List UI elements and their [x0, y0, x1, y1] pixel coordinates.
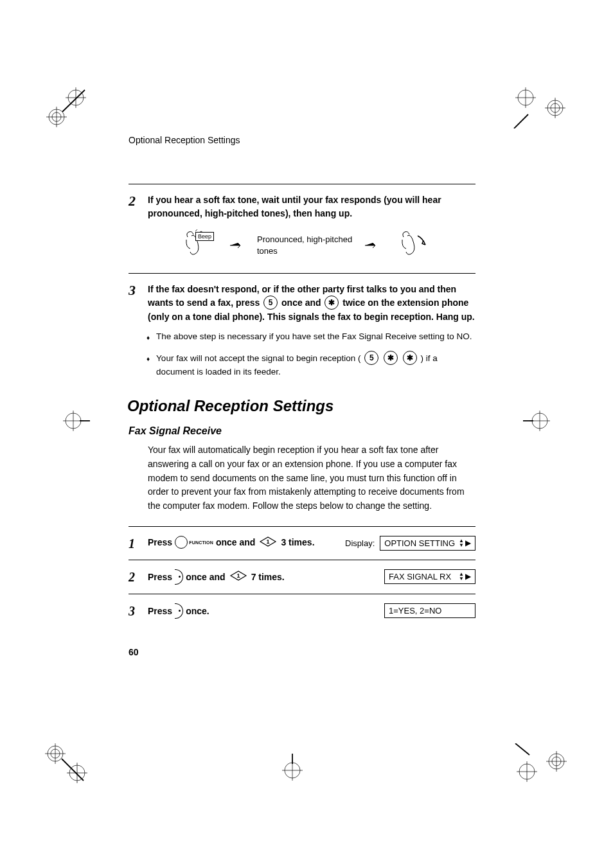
- svg-point-24: [48, 746, 63, 761]
- svg-point-40: [552, 757, 561, 766]
- text-fragment: once and: [281, 297, 323, 308]
- display-value: OPTION SETTING: [384, 538, 455, 548]
- bullet-text: The above step is necessary if you have …: [156, 330, 472, 344]
- text-fragment: once and: [216, 537, 255, 547]
- bullet-text: Your fax will not accept the signal to b…: [156, 351, 475, 379]
- page-number: 60: [129, 647, 475, 657]
- key-5: 5: [263, 296, 278, 310]
- display-value: 1=YES, 2=NO: [389, 606, 441, 616]
- beep-label: Beep: [195, 232, 214, 241]
- press-label: Press: [148, 537, 172, 547]
- enter-right-key-icon: [175, 569, 183, 585]
- svg-point-0: [49, 109, 64, 125]
- step-number: 1: [129, 536, 148, 550]
- right-triangle-icon: ▶: [465, 538, 471, 547]
- display-value: FAX SIGNAL RX: [389, 572, 451, 581]
- setting-step-1: 1 Press FUNCTION once and 1 3 times. Dis…: [129, 526, 475, 560]
- text-fragment: Your fax will not accept the signal to b…: [156, 353, 363, 363]
- press-label: Press: [148, 606, 172, 616]
- text-fragment: once and: [186, 572, 225, 582]
- svg-text:1: 1: [267, 538, 270, 545]
- step-2-text: If you hear a soft fax tone, wait until …: [148, 193, 475, 220]
- updown-arrows-icon: ▲▼: [459, 538, 464, 547]
- text-fragment: 7 times.: [251, 572, 285, 582]
- divider: [129, 273, 475, 274]
- divider: [129, 184, 475, 184]
- function-label: FUNCTION: [189, 540, 213, 545]
- display-label: Display:: [345, 538, 375, 548]
- display-box: 1=YES, 2=NO: [384, 603, 475, 618]
- diamond-key-1-icon: 1: [259, 536, 277, 549]
- step-number: 2: [129, 193, 148, 208]
- svg-text:1: 1: [236, 572, 240, 579]
- text-fragment: once.: [186, 606, 209, 616]
- sub-heading: Fax Signal Receive: [129, 425, 475, 437]
- svg-point-39: [549, 754, 564, 769]
- enter-right-key-icon: [175, 603, 183, 619]
- svg-point-12: [551, 103, 560, 112]
- right-triangle-icon: ▶: [465, 572, 471, 581]
- setting-step-3: 3 Press once. 1=YES, 2=NO: [129, 594, 475, 628]
- function-button-icon: FUNCTION: [175, 536, 213, 549]
- step-3: 3 If the fax doesn't respond, or if the …: [129, 283, 475, 324]
- phone-hangup-icon: [392, 229, 431, 261]
- svg-point-1: [52, 112, 61, 121]
- display-box: OPTION SETTING ▲▼ ▶: [380, 536, 475, 551]
- step-2-illustration: Beep Pronounced, high-pitched tones: [129, 229, 475, 261]
- step-3-bullets: The above step is necessary if you have …: [147, 330, 475, 379]
- step-3-text: If the fax doesn't respond, or if the ot…: [148, 283, 475, 324]
- section-heading: Optional Reception Settings: [127, 397, 475, 415]
- key-star: ✱: [384, 351, 398, 365]
- updown-arrows-icon: ▲▼: [459, 572, 464, 581]
- key-star: ✱: [403, 351, 417, 365]
- step-number: 3: [129, 603, 148, 617]
- bullet-item: Your fax will not accept the signal to b…: [147, 351, 475, 379]
- svg-point-11: [547, 100, 563, 116]
- press-label: Press: [148, 572, 172, 582]
- key-5: 5: [364, 351, 378, 365]
- display-box: FAX SIGNAL RX ▲▼ ▶: [384, 569, 475, 584]
- arrow-right-icon: [230, 242, 245, 249]
- arrow-right-icon: [365, 242, 380, 249]
- step-number: 2: [129, 569, 148, 583]
- setting-step-2: 2 Press once and 1 7 times. FAX SIGNAL R…: [129, 560, 475, 594]
- illustration-caption: Pronounced, high-pitched tones: [257, 234, 353, 257]
- text-fragment: 3 times.: [281, 537, 314, 547]
- key-star: ✱: [324, 296, 339, 310]
- step-2: 2 If you hear a soft fax tone, wait unti…: [129, 193, 475, 220]
- bullet-item: The above step is necessary if you have …: [147, 330, 475, 344]
- running-header: Optional Reception Settings: [129, 135, 475, 145]
- step-number: 3: [129, 283, 148, 297]
- svg-point-25: [51, 749, 60, 758]
- section-paragraph: Your fax will automatically begin recept…: [148, 443, 475, 513]
- diamond-key-1-icon: 1: [229, 570, 247, 583]
